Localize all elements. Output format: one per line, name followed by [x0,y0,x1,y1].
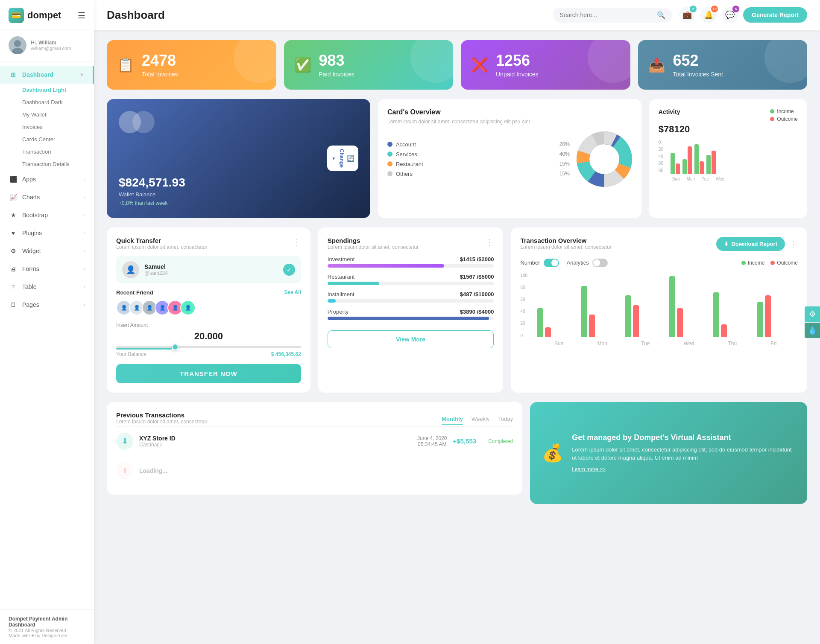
nav-sub-my-wallet[interactable]: My Wallet [0,108,94,121]
chevron-right-icon4: › [84,230,85,236]
spending-restaurant-fill [328,282,379,285]
nav-label-charts: Charts [22,194,79,201]
theme-right-icon[interactable]: 💧 [805,323,820,338]
spendings-title-wrap: Spendings Lorem ipsum dolor sit amet, co… [328,237,419,256]
bell-icon-btn[interactable]: 🔔 12 [700,7,717,23]
transfer-amount-display: 20.000 [116,331,301,342]
nav-item-dashboard[interactable]: ⊞ Dashboard ▼ [0,66,94,84]
va-learn-more-link[interactable]: Learn more >> [572,466,606,472]
spending-restaurant-bar [328,282,494,285]
tx-row-icon-2: ⬆ [116,462,133,479]
nav-label-plugins: Plugins [22,230,79,236]
slider-fill [116,348,172,350]
wallet-amount: $824,571.93 [119,176,358,189]
spending-restaurant-header: Restaurant $1567 /$5000 [328,274,494,280]
spendings-menu-icon[interactable]: ⋮ [485,237,494,247]
tab-weekly[interactable]: Weekly [472,416,489,425]
nav-sub-dashboard-dark[interactable]: Dashboard Dark [0,96,94,108]
quick-transfer-menu-icon[interactable]: ⋮ [293,237,301,247]
number-toggle[interactable] [544,259,559,267]
prev-tx-row: Previous Transactions Lorem ipsum dolor … [107,402,807,504]
nav-label-widget: Widget [22,248,79,254]
nav-sub-transaction[interactable]: Transaction [0,146,94,158]
nav-item-apps[interactable]: ⬛ Apps › [0,170,94,188]
activity-card: Activity Income Outcome $78120 [649,99,807,218]
search-input[interactable] [559,12,653,18]
spending-investment-fill [328,264,444,268]
nav-item-plugins[interactable]: ♥ Plugins › [0,224,94,242]
tx-menu-icon[interactable]: ⋮ [789,239,798,249]
tab-monthly[interactable]: Monthly [442,416,463,425]
outcome-legend: Outcome [770,116,798,122]
tx-row-info: XYZ Store ID Cashback [139,435,411,448]
pages-icon: 🗒 [9,300,18,309]
legend-dot-services [387,152,392,157]
hamburger-icon[interactable]: ☰ [78,10,85,20]
nav-sub-transaction-details[interactable]: Transaction Details [0,158,94,170]
nav-item-pages[interactable]: 🗒 Pages › [0,296,94,314]
wallet-icon-btn[interactable]: 💼 2 [679,7,695,23]
grid-icon: ⊞ [9,70,18,79]
tx-row-amount: +$5,553 [453,437,477,445]
stat-card-unpaid: ❌ 1256 Unpaid Invoices [461,40,630,90]
legend-account: Account 20% [387,141,570,148]
stat-number-sent: 652 [673,52,723,69]
tx-row-info-2: Loading... [139,467,513,474]
transfer-now-button[interactable]: TRANSFER NOW [116,364,301,383]
stat-number-unpaid: 1256 [496,52,539,69]
chat-icon-btn[interactable]: 💬 5 [722,7,738,23]
settings-right-icon[interactable]: ⚙ [805,306,820,322]
amount-slider[interactable] [116,346,301,350]
activity-amount: $78120 [659,124,798,135]
tx-bar-fri [757,295,794,337]
tx-overview-title: Transaction Overview [520,237,611,244]
outcome-bar-tue [700,161,704,174]
analytics-toggle[interactable] [592,259,608,267]
legend-dot-others [387,171,392,176]
logo-icon: 💳 [9,8,24,23]
income-bar-tx-sun [537,308,543,337]
income-legend-tx: Income [741,260,764,266]
nav-item-charts[interactable]: 📈 Charts › [0,188,94,206]
nav-item-widget[interactable]: ⚙ Widget › [0,242,94,260]
legend-dot-restaurant [387,161,392,166]
tab-today[interactable]: Today [498,416,513,425]
legend-restaurant: Restaurant 15% [387,161,570,167]
spending-property-fill [328,317,489,320]
wallet-change-button[interactable]: 🔄 Change ▼ [327,146,358,171]
outcome-legend-tx: Outcome [770,260,798,266]
virtual-assistant-card: 💰 Get managed by Dompet's Virtual Assist… [530,402,807,504]
chevron-right-icon7: › [84,284,85,289]
nav-label-pages: Pages [22,301,79,308]
spendings-title: Spendings [328,237,419,244]
heart-icon: ♥ [9,228,18,238]
nav-sub-cards-center[interactable]: Cards Center [0,133,94,146]
bar-x-labels: SunMonTueWed [671,177,798,181]
outcome-bar-mon [688,146,692,174]
toggle-analytics: Analytics [567,259,608,267]
chevron-right-icon6: › [84,266,85,271]
view-more-button[interactable]: View More [328,330,494,348]
nav-sub-invoices[interactable]: Invoices [0,121,94,133]
page-content: 📋 2478 Total Invoices ✅ 983 Paid Invoice… [94,30,820,644]
spending-property-bar [328,317,494,320]
balance-row: Your Balance $ 456,345.62 [116,351,301,357]
prev-tx-title-wrap: Previous Transactions Lorem ipsum dolor … [116,411,207,425]
form-icon: 🖨 [9,264,18,274]
nav-sub-dashboard-light[interactable]: Dashboard Light [0,84,94,96]
download-report-button[interactable]: ⬇ Download Report [716,237,785,251]
generate-report-button[interactable]: Generate Report [743,7,807,23]
spending-property-header: Property $3890 /$4000 [328,309,494,315]
spending-investment: Investment $1415 /$2000 [328,256,494,268]
nav-item-forms[interactable]: 🖨 Forms › [0,260,94,278]
outcome-dot [770,117,774,121]
nav-item-table[interactable]: ≡ Table › [0,278,94,296]
slider-thumb[interactable] [172,344,179,350]
toggle-knob-analytics [593,259,600,266]
see-all-link[interactable]: See All [284,289,301,295]
nav-label-forms: Forms [22,265,79,272]
apps-icon: ⬛ [9,175,18,184]
search-box[interactable]: 🔍 [553,8,672,23]
nav-item-bootstrap[interactable]: ★ Bootstrap › [0,206,94,224]
chevron-right-icon: › [84,177,85,182]
